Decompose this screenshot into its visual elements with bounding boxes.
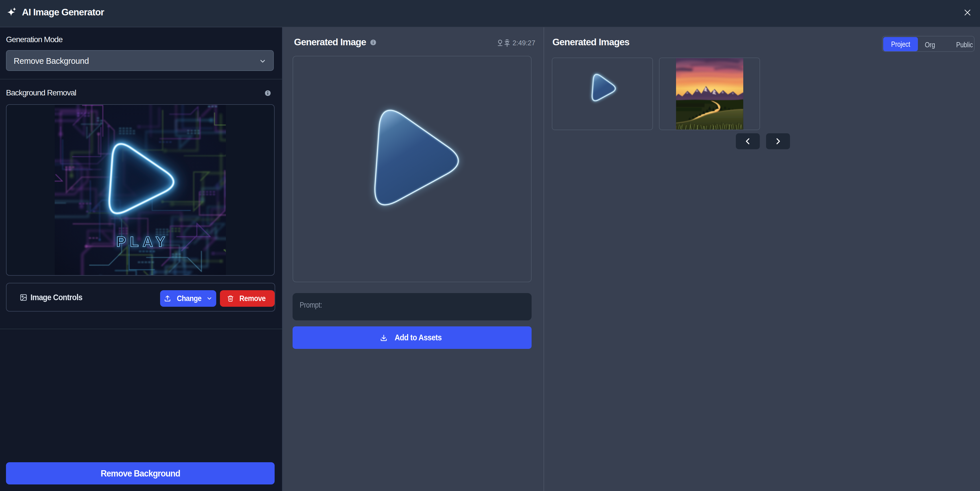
svg-text:PLAY: PLAY bbox=[116, 234, 169, 250]
